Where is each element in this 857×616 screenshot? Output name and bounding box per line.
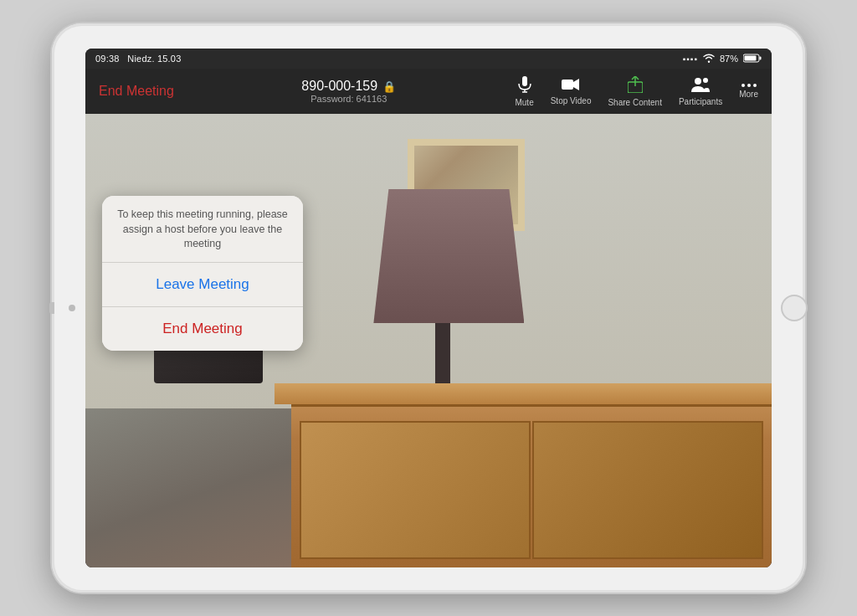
share-content-button[interactable]: Share Content xyxy=(608,76,662,107)
toolbar-actions: Mute Stop Video xyxy=(515,76,758,107)
participants-label: Participants xyxy=(679,97,722,106)
mute-button[interactable]: Mute xyxy=(515,76,533,107)
signal-icon: ▪▪▪▪ xyxy=(683,54,698,64)
leave-end-popup: To keep this meeting running, please ass… xyxy=(102,196,303,351)
meeting-toolbar: End Meeting 890-000-159 🔒 Password: 6411… xyxy=(85,69,772,114)
stop-video-button[interactable]: Stop Video xyxy=(551,78,592,105)
share-content-label: Share Content xyxy=(608,98,662,107)
ipad-device: 09:38 Niedz. 15.03 ▪▪▪▪ 87% xyxy=(52,23,805,593)
more-button[interactable]: More xyxy=(739,84,758,99)
ipad-screen: 09:38 Niedz. 15.03 ▪▪▪▪ 87% xyxy=(85,49,772,567)
end-meeting-popup-button[interactable]: End Meeting xyxy=(102,307,303,351)
svg-point-10 xyxy=(703,78,708,83)
status-time-date: 09:38 Niedz. 15.03 xyxy=(95,54,181,64)
popup-overlay: To keep this meeting running, please ass… xyxy=(85,179,772,567)
meeting-id: 890-000-159 🔒 xyxy=(301,79,396,94)
status-date: Niedz. 15.03 xyxy=(127,54,181,64)
meeting-id-text: 890-000-159 xyxy=(301,79,377,94)
status-indicators: ▪▪▪▪ 87% xyxy=(683,54,762,64)
battery-icon xyxy=(743,54,762,64)
toolbar-center: 890-000-159 🔒 Password: 641163 xyxy=(182,79,515,104)
wifi-icon xyxy=(703,54,715,64)
share-icon xyxy=(628,76,643,95)
front-camera xyxy=(69,305,75,311)
participants-button[interactable]: Participants xyxy=(679,77,722,106)
svg-point-9 xyxy=(695,78,701,85)
more-label: More xyxy=(739,90,758,99)
home-button[interactable] xyxy=(781,295,808,321)
meeting-password: Password: 641163 xyxy=(310,94,387,104)
more-icon xyxy=(742,84,757,87)
svg-rect-1 xyxy=(760,56,762,59)
stop-video-label: Stop Video xyxy=(551,96,592,105)
lock-icon: 🔒 xyxy=(382,80,396,93)
leave-meeting-button[interactable]: Leave Meeting xyxy=(102,263,303,306)
video-area: To keep this meeting running, please ass… xyxy=(85,114,772,567)
video-icon xyxy=(562,78,580,94)
status-bar: 09:38 Niedz. 15.03 ▪▪▪▪ 87% xyxy=(85,49,772,69)
participants-icon xyxy=(691,77,710,95)
battery-percent: 87% xyxy=(720,54,738,64)
popup-message: To keep this meeting running, please ass… xyxy=(102,196,303,262)
svg-rect-3 xyxy=(522,76,527,86)
status-time: 09:38 xyxy=(95,54,120,64)
svg-rect-6 xyxy=(562,80,573,90)
mute-icon xyxy=(517,76,532,95)
volume-button[interactable] xyxy=(49,302,54,314)
end-meeting-button[interactable]: End Meeting xyxy=(99,84,182,99)
mute-label: Mute xyxy=(515,98,533,107)
svg-rect-2 xyxy=(745,55,757,60)
